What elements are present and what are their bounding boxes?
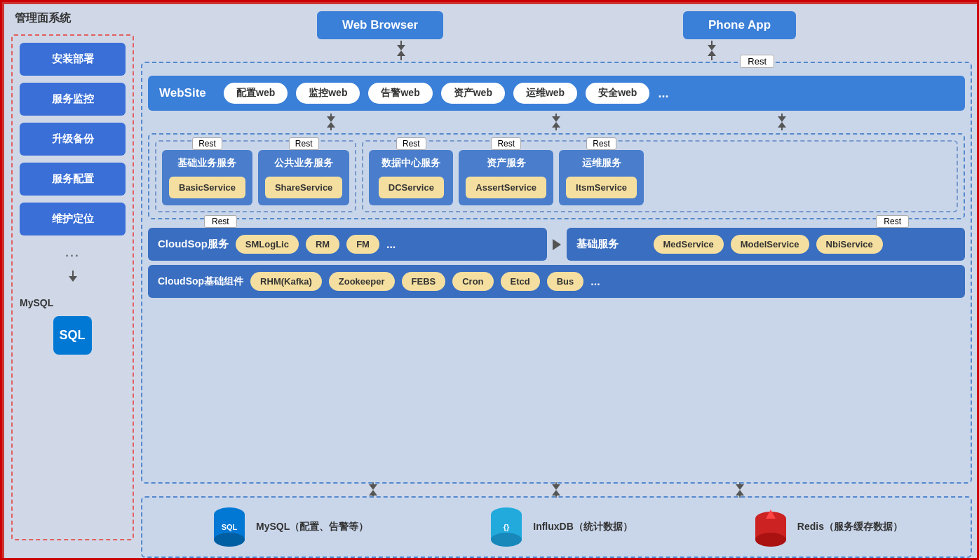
sidebar-btn-maintain[interactable]: 维护定位 bbox=[20, 203, 126, 235]
sidebar-db: MySQL SQL bbox=[20, 297, 126, 358]
service-itsm: Rest 运维服务 ItsmService bbox=[559, 147, 644, 205]
mysql-db-icon: SQL bbox=[210, 506, 249, 548]
service-assert-title: 资产服务 bbox=[487, 157, 526, 170]
phone-app-box: Phone App bbox=[683, 11, 796, 39]
base-dots: ... bbox=[590, 275, 600, 288]
base-pill-bus: Bus bbox=[547, 272, 584, 291]
jichufuwu-pill-model: ModelService bbox=[731, 235, 809, 254]
base-pill-etcd: Etcd bbox=[501, 272, 540, 291]
svg-text:{}: {} bbox=[504, 523, 510, 531]
service-assert: Rest 资产服务 AssertService bbox=[459, 147, 553, 205]
service-basic: Rest 基础业务服务 BasicService bbox=[162, 147, 252, 205]
service-public-inner: ShareService bbox=[265, 177, 342, 198]
cloudsop-row: CloudSop服务 SMLogLic RM FM ... bbox=[148, 228, 547, 261]
website-dots: ... bbox=[658, 86, 668, 101]
jichufuwu-row: 基础服务 MedService ModelService NbiService bbox=[567, 228, 966, 261]
svg-point-8 bbox=[491, 533, 522, 547]
mysql-label: MySQL（配置、告警等） bbox=[256, 521, 368, 533]
influxdb-label: InfluxDB（统计数据） bbox=[533, 521, 633, 533]
website-label: WebSite bbox=[159, 86, 215, 100]
base-label: CloudSop基础组件 bbox=[158, 275, 243, 288]
service-dc-inner: DCService bbox=[379, 177, 444, 198]
rest-label-s1: Rest bbox=[192, 137, 222, 150]
web-pill-ops: 运维web bbox=[513, 83, 577, 104]
service-basic-title: 基础业务服务 bbox=[177, 157, 236, 170]
sidebar: 管理面系统 安装部署 服务监控 升级备份 服务配置 维护定位 … MySQL bbox=[11, 11, 134, 540]
service-assert-inner: AssertService bbox=[466, 177, 546, 198]
mysql-icon: SQL bbox=[50, 313, 95, 358]
web-pill-config: 配置web bbox=[224, 83, 288, 104]
rest-label-s2: Rest bbox=[289, 137, 319, 150]
sidebar-db-label: MySQL bbox=[20, 297, 53, 308]
jichufuwu-pill-nbi: NbiService bbox=[816, 235, 883, 254]
svg-text:SQL: SQL bbox=[59, 328, 85, 342]
service-basic-inner: BasicService bbox=[169, 177, 245, 198]
cloudsop-pill-rm: RM bbox=[306, 235, 339, 254]
svg-text:SQL: SQL bbox=[222, 523, 238, 531]
redis-item: Redis（服务缓存数据） bbox=[752, 506, 903, 548]
service-public: Rest 公共业务服务 ShareService bbox=[258, 147, 349, 205]
cloudsop-dots: ... bbox=[386, 238, 396, 251]
rest-label-top: Rest bbox=[740, 55, 774, 68]
rest-label-s4: Rest bbox=[491, 137, 521, 150]
cloudsop-label: CloudSop服务 bbox=[158, 238, 229, 251]
sidebar-title: 管理面系统 bbox=[11, 11, 134, 26]
redis-label: Redis（服务缓存数据） bbox=[797, 521, 903, 533]
influxdb-item: {} InfluxDB（统计数据） bbox=[487, 506, 633, 548]
rest-label-cs: Rest bbox=[204, 215, 237, 228]
sidebar-btn-config[interactable]: 服务配置 bbox=[20, 163, 126, 196]
middle-services-row: Rest CloudSop服务 SMLogLic RM FM ... bbox=[148, 224, 965, 261]
services-left-group: Rest 基础业务服务 BasicService Rest 公共业务服务 S bbox=[155, 140, 356, 212]
right-content: Web Browser Phone App bbox=[141, 11, 972, 558]
sidebar-inner: 安装部署 服务监控 升级备份 服务配置 维护定位 … MySQL bbox=[11, 34, 134, 540]
rest-label-jcfw: Rest bbox=[876, 215, 909, 228]
web-pill-alert: 告警web bbox=[368, 83, 432, 104]
base-pill-rhm: RHM(Kafka) bbox=[250, 272, 322, 291]
base-components-row: CloudSop基础组件 RHM(Kafka) Zookeeper FEBS C… bbox=[148, 265, 965, 298]
rest-label-s5: Rest bbox=[586, 137, 616, 150]
sidebar-btn-upgrade[interactable]: 升级备份 bbox=[20, 123, 126, 156]
redis-icon bbox=[752, 506, 790, 548]
main-container: 管理面系统 安装部署 服务监控 升级备份 服务配置 维护定位 … MySQL bbox=[2, 2, 979, 560]
base-pill-febs: FEBS bbox=[402, 272, 446, 291]
web-pill-security: 安全web bbox=[586, 83, 649, 104]
svg-point-4 bbox=[214, 533, 245, 547]
web-pill-monitor: 监控web bbox=[296, 83, 360, 104]
services-section: Rest 基础业务服务 BasicService Rest 公共业务服务 S bbox=[148, 133, 965, 219]
service-dc: Rest 数据中心服务 DCService bbox=[369, 147, 453, 205]
sidebar-btn-install[interactable]: 安装部署 bbox=[20, 43, 126, 76]
website-row: WebSite 配置web 监控web 告警web 资产web 运维web 安全… bbox=[148, 76, 965, 111]
jichufuwu-pill-med: MedService bbox=[654, 235, 724, 254]
services-right-group: Rest 数据中心服务 DCService Rest 资产服务 Assert bbox=[362, 140, 958, 212]
sidebar-btn-monitor[interactable]: 服务监控 bbox=[20, 83, 126, 116]
web-browser-box: Web Browser bbox=[317, 11, 443, 39]
web-pill-assets: 资产web bbox=[441, 83, 505, 104]
service-public-title: 公共业务服务 bbox=[274, 157, 333, 170]
base-pill-cron: Cron bbox=[452, 272, 493, 291]
cloudsop-pill-fm: FM bbox=[346, 235, 379, 254]
database-row: SQL MySQL（配置、告警等） {} InfluxDB（统计数据） bbox=[141, 496, 972, 558]
sidebar-dots: … bbox=[20, 243, 126, 261]
rest-label-s3: Rest bbox=[396, 137, 426, 150]
mysql-item: SQL MySQL（配置、告警等） bbox=[210, 506, 368, 548]
service-itsm-inner: ItsmService bbox=[566, 177, 637, 198]
service-itsm-title: 运维服务 bbox=[582, 157, 621, 170]
cloudsop-pill-smloglic: SMLogLic bbox=[236, 235, 299, 254]
influxdb-icon: {} bbox=[487, 506, 526, 548]
service-dc-title: 数据中心服务 bbox=[382, 157, 440, 170]
base-pill-zoo: Zookeeper bbox=[329, 272, 395, 291]
jichufuwu-label: 基础服务 bbox=[576, 238, 647, 251]
svg-point-12 bbox=[755, 533, 786, 547]
